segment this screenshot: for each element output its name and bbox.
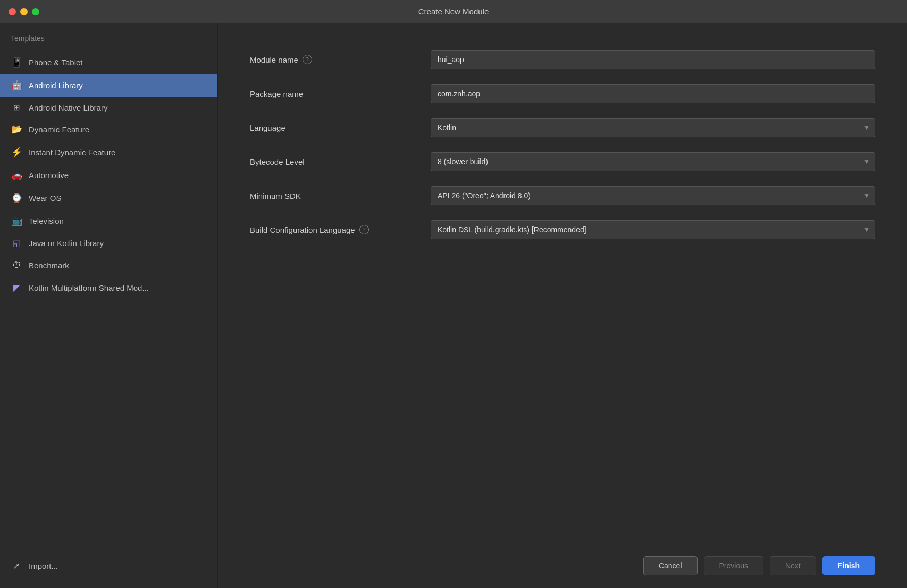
sidebar-item-label: Kotlin Multiplatform Shared Mod... <box>29 283 149 292</box>
module-name-input[interactable] <box>431 50 875 69</box>
build-config-select-wrapper: Kotlin DSL (build.gradle.kts) [Recommend… <box>431 220 875 239</box>
package-name-row: Package name <box>250 84 875 103</box>
sidebar-item-automotive[interactable]: 🚗 Automotive <box>0 164 217 187</box>
bytecode-level-select-wrapper: 8 (slower build) 7 6 ▼ <box>431 152 875 171</box>
sidebar-item-label: Android Library <box>29 81 83 90</box>
wear-os-icon: ⌚ <box>11 192 22 204</box>
sidebar-item-android-library[interactable]: 🤖 Android Library <box>0 74 217 97</box>
build-config-label: Build Configuration Language ? <box>250 225 420 234</box>
android-native-icon: ⊞ <box>11 103 22 112</box>
sidebar-divider <box>11 548 207 548</box>
android-library-icon: 🤖 <box>11 80 22 91</box>
minimize-button[interactable] <box>20 8 28 15</box>
sidebar-item-android-native-library[interactable]: ⊞ Android Native Library <box>0 97 217 118</box>
maximize-button[interactable] <box>32 8 39 15</box>
module-name-label: Module name ? <box>250 55 420 64</box>
package-name-input[interactable] <box>431 84 875 103</box>
finish-button[interactable]: Finish <box>822 556 875 575</box>
sidebar-item-label: Automotive <box>29 171 69 180</box>
benchmark-icon: ⏱ <box>11 260 22 271</box>
build-config-select[interactable]: Kotlin DSL (build.gradle.kts) [Recommend… <box>431 220 875 239</box>
minimum-sdk-select[interactable]: API 26 ("Oreo"; Android 8.0) API 21 API … <box>431 186 875 205</box>
sidebar-item-instant-dynamic-feature[interactable]: ⚡ Instant Dynamic Feature <box>0 141 217 164</box>
sidebar-item-import[interactable]: ↗ Import... <box>0 555 217 577</box>
import-icon: ↗ <box>11 560 22 572</box>
close-button[interactable] <box>9 8 16 15</box>
sidebar-item-phone-tablet[interactable]: 📱 Phone & Tablet <box>0 51 217 74</box>
phone-tablet-icon: 📱 <box>11 57 22 68</box>
minimum-sdk-row: Minimum SDK API 26 ("Oreo"; Android 8.0)… <box>250 186 875 205</box>
module-name-row: Module name ? <box>250 50 875 69</box>
footer: Cancel Previous Next Finish <box>250 545 875 588</box>
bytecode-level-label: Bytecode Level <box>250 157 420 166</box>
automotive-icon: 🚗 <box>11 170 22 181</box>
instant-dynamic-feature-icon: ⚡ <box>11 147 22 158</box>
language-row: Language Kotlin Java ▼ <box>250 118 875 137</box>
sidebar-item-television[interactable]: 📺 Television <box>0 209 217 232</box>
sidebar-item-label: Benchmark <box>29 261 69 270</box>
titlebar: Create New Module <box>0 0 907 23</box>
language-label: Language <box>250 123 420 132</box>
sidebar-item-dynamic-feature[interactable]: 📂 Dynamic Feature <box>0 118 217 141</box>
next-button[interactable]: Next <box>770 556 816 575</box>
sidebar-section-title: Templates <box>0 34 217 51</box>
dynamic-feature-icon: 📂 <box>11 124 22 135</box>
build-config-help-icon[interactable]: ? <box>359 225 369 234</box>
content-area: Module name ? Package name Language <box>218 23 907 588</box>
language-select[interactable]: Kotlin Java <box>431 118 875 137</box>
cancel-button[interactable]: Cancel <box>643 556 698 575</box>
minimum-sdk-label: Minimum SDK <box>250 191 420 200</box>
language-select-wrapper: Kotlin Java ▼ <box>431 118 875 137</box>
form-grid: Module name ? Package name Language <box>250 50 875 545</box>
sidebar-bottom: ↗ Import... <box>0 541 217 588</box>
bytecode-level-row: Bytecode Level 8 (slower build) 7 6 ▼ <box>250 152 875 171</box>
package-name-label: Package name <box>250 89 420 98</box>
sidebar-item-label: Wear OS <box>29 194 61 203</box>
window-title: Create New Module <box>418 7 489 16</box>
module-name-help-icon[interactable]: ? <box>303 55 312 64</box>
previous-button[interactable]: Previous <box>704 556 763 575</box>
sidebar-item-label: Android Native Library <box>29 103 107 112</box>
television-icon: 📺 <box>11 215 22 226</box>
java-kotlin-icon: ◱ <box>11 238 22 248</box>
build-config-row: Build Configuration Language ? Kotlin DS… <box>250 220 875 239</box>
kotlin-multiplatform-icon: ◤ <box>11 282 22 293</box>
sidebar-item-benchmark[interactable]: ⏱ Benchmark <box>0 254 217 276</box>
main-container: Templates 📱 Phone & Tablet 🤖 Android Lib… <box>0 23 907 588</box>
sidebar-item-label: Phone & Tablet <box>29 58 82 67</box>
minimum-sdk-select-wrapper: API 26 ("Oreo"; Android 8.0) API 21 API … <box>431 186 875 205</box>
sidebar-item-label: Television <box>29 216 64 225</box>
sidebar-item-label: Dynamic Feature <box>29 125 89 134</box>
sidebar: Templates 📱 Phone & Tablet 🤖 Android Lib… <box>0 23 218 588</box>
sidebar-item-label: Import... <box>29 561 58 570</box>
sidebar-item-java-kotlin-library[interactable]: ◱ Java or Kotlin Library <box>0 232 217 254</box>
sidebar-item-kotlin-multiplatform[interactable]: ◤ Kotlin Multiplatform Shared Mod... <box>0 276 217 299</box>
sidebar-item-label: Instant Dynamic Feature <box>29 148 115 157</box>
sidebar-item-label: Java or Kotlin Library <box>29 239 104 248</box>
bytecode-level-select[interactable]: 8 (slower build) 7 6 <box>431 152 875 171</box>
sidebar-item-wear-os[interactable]: ⌚ Wear OS <box>0 187 217 209</box>
window-controls <box>9 8 39 15</box>
